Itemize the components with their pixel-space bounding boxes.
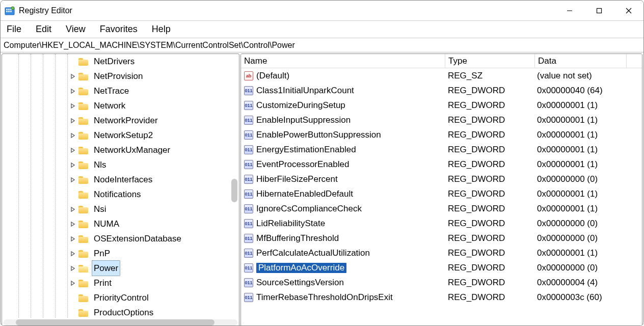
values-pane[interactable]: Name Type Data ab(Default)REG_SZ(value n…	[240, 53, 642, 326]
value-row[interactable]: 011HiberFileSizePercentREG_DWORD0x000000…	[241, 172, 642, 186]
menu-help[interactable]: Help	[152, 24, 171, 35]
value-data: 0x00000001 (1)	[534, 204, 642, 214]
tree-node[interactable]: NetworkSetup2	[2, 128, 239, 143]
tree-node[interactable]: NetDrivers	[2, 54, 239, 69]
value-data: 0x0000003c (60)	[534, 292, 642, 303]
tree-node[interactable]: ProductOptions	[2, 305, 239, 318]
expand-icon[interactable]	[69, 133, 76, 138]
value-row[interactable]: 011TimerRebaseThresholdOnDripsExitREG_DW…	[241, 290, 642, 305]
value-row[interactable]: 011LidReliabilityStateREG_DWORD0x0000000…	[241, 216, 642, 231]
folder-icon	[78, 161, 89, 169]
tree-vertical-scrollbar-thumb[interactable]	[231, 179, 237, 202]
reg-dword-icon: 011	[244, 249, 253, 258]
tree-node[interactable]: Power	[2, 261, 239, 276]
column-header-name[interactable]: Name	[241, 56, 445, 66]
reg-dword-icon: 011	[244, 278, 253, 287]
value-row[interactable]: 011PlatformAoAcOverrideREG_DWORD0x000000…	[241, 260, 642, 275]
menu-file[interactable]: File	[7, 24, 21, 35]
value-row[interactable]: 011CustomizeDuringSetupREG_DWORD0x000000…	[241, 98, 642, 113]
svg-rect-4	[6, 11, 8, 12]
folder-icon	[78, 264, 89, 273]
tree-node[interactable]: NetworkUxManager	[2, 143, 239, 157]
expand-icon[interactable]	[69, 89, 76, 94]
tree-node[interactable]: NUMA	[2, 216, 239, 231]
value-type: REG_DWORD	[445, 174, 534, 184]
value-row[interactable]: 011MfBufferingThresholdREG_DWORD0x000000…	[241, 231, 642, 246]
tree-node[interactable]: PriorityControl	[2, 290, 239, 305]
value-type: REG_DWORD	[445, 130, 534, 140]
value-data: 0x00000000 (0)	[534, 174, 642, 184]
values-list[interactable]: ab(Default)REG_SZ(value not set)011Class…	[241, 68, 642, 326]
reg-dword-icon: 011	[244, 263, 253, 273]
value-type: REG_DWORD	[445, 219, 534, 229]
tree-node[interactable]: PnP	[2, 246, 239, 261]
reg-dword-icon: 011	[244, 204, 253, 213]
expand-icon[interactable]	[69, 236, 76, 241]
tree-node[interactable]: OSExtensionDatabase	[2, 231, 239, 246]
value-name: IgnoreCsComplianceCheck	[256, 204, 362, 214]
expand-icon[interactable]	[69, 251, 76, 256]
tree-node[interactable]: Nsi	[2, 202, 239, 216]
expand-icon[interactable]	[69, 103, 76, 108]
value-name-cell: 011IgnoreCsComplianceCheck	[241, 204, 445, 214]
tree-horizontal-scrollbar-thumb[interactable]	[16, 319, 214, 325]
expand-icon[interactable]	[69, 162, 76, 168]
column-header-data[interactable]: Data	[535, 56, 626, 66]
value-name: PlatformAoAcOverride	[256, 263, 346, 273]
value-data: 0x00000001 (1)	[534, 248, 642, 258]
expand-icon[interactable]	[69, 148, 76, 153]
tree-node[interactable]: NodeInterfaces	[2, 172, 239, 187]
reg-dword-icon: 011	[244, 101, 253, 110]
value-data: 0x00000040 (64)	[534, 86, 642, 96]
value-name-cell: 011LidReliabilityState	[241, 219, 445, 229]
value-type: REG_DWORD	[445, 159, 534, 170]
tree-horizontal-scrollbar[interactable]	[4, 319, 237, 325]
maximize-button[interactable]	[584, 1, 614, 20]
folder-icon	[78, 176, 89, 184]
svg-rect-2	[8, 9, 10, 10]
expand-icon[interactable]	[69, 118, 76, 123]
tree-node[interactable]: NetworkProvider	[2, 113, 239, 128]
folder-icon	[78, 309, 89, 317]
value-row[interactable]: 011EnergyEstimationEnabledREG_DWORD0x000…	[241, 142, 642, 157]
tree-node[interactable]: Notifications	[2, 187, 239, 202]
column-header-type[interactable]: Type	[445, 56, 534, 66]
value-name: SourceSettingsVersion	[256, 278, 344, 288]
tree-node[interactable]: Nls	[2, 157, 239, 172]
value-row[interactable]: 011EventProcessorEnabledREG_DWORD0x00000…	[241, 157, 642, 172]
expand-icon[interactable]	[69, 207, 76, 212]
value-name: EnergyEstimationEnabled	[256, 145, 356, 155]
value-row[interactable]: 011SourceSettingsVersionREG_DWORD0x00000…	[241, 275, 642, 290]
value-row[interactable]: ab(Default)REG_SZ(value not set)	[241, 68, 642, 83]
value-row[interactable]: 011IgnoreCsComplianceCheckREG_DWORD0x000…	[241, 201, 642, 216]
tree-pane[interactable]: NetDriversNetProvisionNetTraceNetworkNet…	[2, 53, 239, 326]
expand-icon[interactable]	[69, 177, 76, 182]
value-row[interactable]: 011Class1InitialUnparkCountREG_DWORD0x00…	[241, 83, 642, 98]
value-row[interactable]: 011EnablePowerButtonSuppressionREG_DWORD…	[241, 127, 642, 142]
expand-icon[interactable]	[69, 222, 76, 227]
value-row[interactable]: 011EnableInputSuppressionREG_DWORD0x0000…	[241, 113, 642, 127]
address-bar[interactable]: Computer\HKEY_LOCAL_MACHINE\SYSTEM\Curre…	[1, 38, 643, 52]
menu-view[interactable]: View	[66, 24, 86, 35]
menu-edit[interactable]: Edit	[36, 24, 51, 35]
expand-icon[interactable]	[69, 74, 76, 79]
close-button[interactable]	[614, 1, 643, 20]
tree-node[interactable]: Print	[2, 276, 239, 290]
tree-node[interactable]: NetTrace	[2, 84, 239, 98]
svg-rect-1	[6, 9, 8, 10]
expand-icon[interactable]	[69, 281, 76, 286]
tree-node[interactable]: NetProvision	[2, 69, 239, 84]
minimize-button[interactable]	[555, 1, 584, 20]
tree-node[interactable]: Network	[2, 98, 239, 113]
tree-node-label: PnP	[92, 246, 112, 261]
value-data: 0x00000000 (0)	[534, 219, 642, 229]
value-name-cell: 011PerfCalculateActualUtilization	[241, 248, 445, 258]
menu-favorites[interactable]: Favorites	[100, 24, 138, 35]
menu-bar: File Edit View Favorites Help	[1, 21, 643, 38]
expand-icon[interactable]	[69, 266, 76, 271]
regedit-app-icon	[5, 6, 15, 16]
value-row[interactable]: 011HibernateEnabledDefaultREG_DWORD0x000…	[241, 186, 642, 201]
registry-tree[interactable]: NetDriversNetProvisionNetTraceNetworkNet…	[2, 54, 239, 318]
folder-icon	[78, 235, 89, 243]
value-row[interactable]: 011PerfCalculateActualUtilizationREG_DWO…	[241, 246, 642, 260]
